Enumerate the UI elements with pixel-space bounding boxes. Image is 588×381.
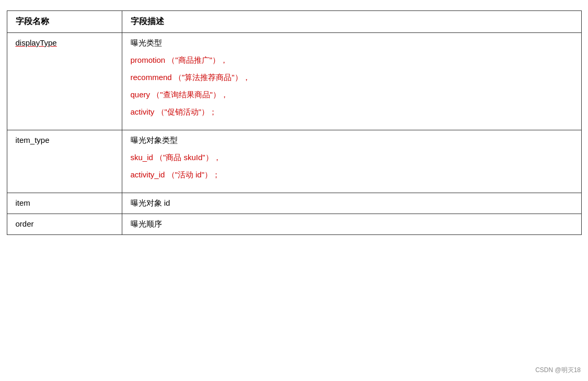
desc-item: activity （"促销活动"）； bbox=[131, 107, 573, 117]
field-desc-cell: 曝光对象类型sku_id （"商品 skuId"），activity_id （"… bbox=[122, 130, 581, 193]
desc-item-value: （"商品推广"）， bbox=[165, 55, 228, 64]
desc-main: 曝光对象类型 bbox=[131, 136, 573, 145]
desc-item-value: （"活动 id"）； bbox=[165, 170, 220, 179]
desc-item-key: promotion bbox=[131, 55, 166, 64]
field-name-cell: order bbox=[7, 214, 122, 235]
field-desc-cell: 曝光类型promotion （"商品推广"），recommend （"算法推荐商… bbox=[122, 33, 581, 130]
desc-item-value: （"商品 skuId"）， bbox=[153, 153, 221, 162]
table-row: displayType曝光类型promotion （"商品推广"），recomm… bbox=[7, 33, 581, 130]
desc-item-key: query bbox=[131, 90, 151, 99]
data-table: 字段名称 字段描述 displayType曝光类型promotion （"商品推… bbox=[7, 10, 582, 235]
desc-item: promotion （"商品推广"）， bbox=[131, 55, 573, 65]
watermark: CSDN @明灭18 bbox=[535, 366, 581, 375]
table-row: item曝光对象 id bbox=[7, 193, 581, 214]
desc-item: sku_id （"商品 skuId"）， bbox=[131, 153, 573, 163]
desc-main: 曝光顺序 bbox=[131, 219, 573, 229]
field-desc-cell: 曝光顺序 bbox=[122, 214, 581, 235]
desc-item-key: recommend bbox=[131, 73, 172, 82]
field-desc-cell: 曝光对象 id bbox=[122, 193, 581, 214]
desc-item-value: （"查询结果商品"）， bbox=[150, 90, 228, 99]
desc-item-key: sku_id bbox=[131, 153, 153, 162]
desc-item-key: activity bbox=[131, 107, 155, 116]
desc-main: 曝光类型 bbox=[131, 38, 573, 48]
table-header-row: 字段名称 字段描述 bbox=[7, 11, 581, 33]
field-name-cell: item_type bbox=[7, 130, 122, 193]
desc-main: 曝光对象 id bbox=[131, 198, 573, 208]
desc-item: recommend （"算法推荐商品"）， bbox=[131, 73, 573, 83]
desc-item: query （"查询结果商品"）， bbox=[131, 90, 573, 100]
desc-item-value: （"算法推荐商品"）， bbox=[172, 73, 250, 82]
desc-item-value: （"促销活动"）； bbox=[154, 107, 217, 116]
desc-item: activity_id （"活动 id"）； bbox=[131, 170, 573, 180]
field-name-cell: item bbox=[7, 193, 122, 214]
table-row: order曝光顺序 bbox=[7, 214, 581, 235]
col-header-field-name: 字段名称 bbox=[7, 11, 122, 33]
col-header-field-desc: 字段描述 bbox=[122, 11, 581, 33]
page-wrapper: 字段名称 字段描述 displayType曝光类型promotion （"商品推… bbox=[0, 0, 588, 381]
desc-item-key: activity_id bbox=[131, 170, 165, 179]
field-name-cell: displayType bbox=[7, 33, 122, 130]
table-row: item_type曝光对象类型sku_id （"商品 skuId"），activ… bbox=[7, 130, 581, 193]
